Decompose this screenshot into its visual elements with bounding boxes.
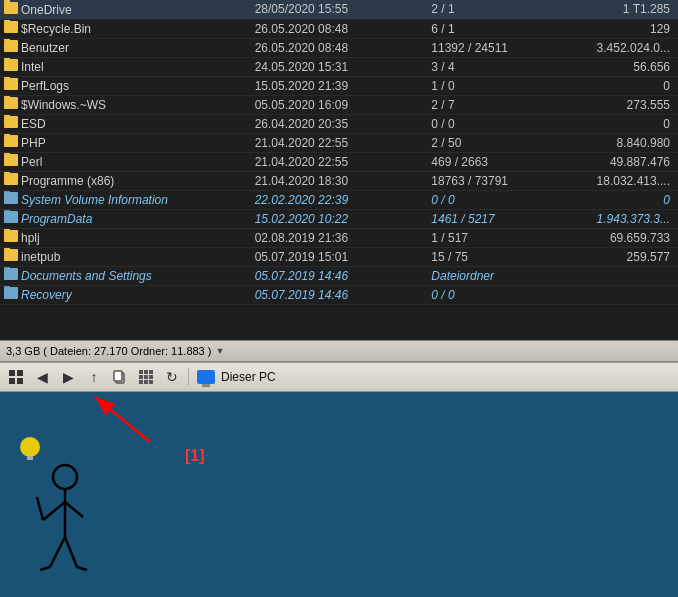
bottom-area: PC [1] <box>0 392 678 597</box>
copy-button[interactable] <box>108 366 132 388</box>
svg-rect-2 <box>9 378 15 384</box>
pc-icon <box>197 370 215 384</box>
status-dropdown-arrow[interactable]: ▼ <box>215 346 224 356</box>
status-bar: 3,3 GB ( Dateien: 27.170 Ordner: 11.883 … <box>0 340 678 362</box>
refresh-button[interactable]: ↻ <box>160 366 184 388</box>
svg-rect-11 <box>149 375 153 379</box>
folder-icon <box>4 192 18 204</box>
svg-line-16 <box>95 397 150 442</box>
character-figure <box>15 412 100 587</box>
table-row[interactable]: inetpub05.07.2019 15:0115 / 75259.577 <box>0 247 678 266</box>
table-row[interactable]: Programme (x86)21.04.2020 18:3018763 / 7… <box>0 171 678 190</box>
table-row[interactable]: Recovery05.07.2019 14:460 / 0 <box>0 285 678 304</box>
forward-button[interactable]: ▶ <box>56 366 80 388</box>
svg-point-19 <box>53 465 77 489</box>
svg-rect-8 <box>149 370 153 374</box>
file-list: OneDrive28/05/2020 15:552 / 11 T1.285$Re… <box>0 0 678 305</box>
svg-rect-9 <box>139 375 143 379</box>
folder-icon <box>4 59 18 71</box>
svg-rect-10 <box>144 375 148 379</box>
folder-icon <box>4 97 18 109</box>
table-row[interactable]: Intel24.05.2020 15:313 / 456.656 <box>0 57 678 76</box>
table-row[interactable]: System Volume Information22.02.2020 22:3… <box>0 190 678 209</box>
folder-icon <box>4 154 18 166</box>
folder-icon <box>4 287 18 299</box>
table-row[interactable]: $Recycle.Bin26.05.2020 08:486 / 1129 <box>0 19 678 38</box>
svg-line-23 <box>37 497 43 520</box>
svg-line-24 <box>50 537 65 567</box>
folder-icon <box>4 135 18 147</box>
svg-rect-1 <box>17 370 23 376</box>
table-row[interactable]: OneDrive28/05/2020 15:552 / 11 T1.285 <box>0 0 678 19</box>
svg-line-22 <box>65 502 83 517</box>
svg-rect-12 <box>139 380 143 384</box>
folder-icon <box>4 268 18 280</box>
table-row[interactable]: ProgramData15.02.2020 10:221461 / 52171.… <box>0 209 678 228</box>
table-row[interactable]: Benutzer26.05.2020 08:4811392 / 245113.4… <box>0 38 678 57</box>
svg-line-27 <box>77 567 87 570</box>
back-button[interactable]: ◀ <box>30 366 54 388</box>
svg-line-25 <box>65 537 77 567</box>
folder-icon <box>4 78 18 90</box>
folder-icon <box>4 2 18 14</box>
table-row[interactable]: ESD26.04.2020 20:350 / 00 <box>0 114 678 133</box>
svg-rect-7 <box>144 370 148 374</box>
view-button[interactable] <box>134 366 158 388</box>
folder-icon <box>4 116 18 128</box>
folder-icon <box>4 230 18 242</box>
table-row[interactable]: $Windows.~WS05.05.2020 16:092 / 7273.555 <box>0 95 678 114</box>
table-row[interactable]: hplj02.08.2019 21:361 / 51769.659.733 <box>0 228 678 247</box>
svg-rect-13 <box>144 380 148 384</box>
folder-icon <box>4 21 18 33</box>
table-row[interactable]: Perl21.04.2020 22:55469 / 266349.887.476 <box>0 152 678 171</box>
svg-rect-18 <box>27 456 33 460</box>
folder-icon <box>4 211 18 223</box>
folder-icon <box>4 249 18 261</box>
status-text: 3,3 GB ( Dateien: 27.170 Ordner: 11.883 … <box>6 345 211 357</box>
file-list-container: OneDrive28/05/2020 15:552 / 11 T1.285$Re… <box>0 0 678 340</box>
up-button[interactable]: ↑ <box>82 366 106 388</box>
folder-icon <box>4 40 18 52</box>
svg-rect-5 <box>114 371 122 381</box>
table-row[interactable]: PHP21.04.2020 22:552 / 508.840.980 <box>0 133 678 152</box>
svg-rect-14 <box>149 380 153 384</box>
toolbar-separator <box>188 368 189 386</box>
table-row[interactable]: PerfLogs15.05.2020 21:391 / 00 <box>0 76 678 95</box>
svg-rect-0 <box>9 370 15 376</box>
folder-icon <box>4 173 18 185</box>
svg-point-17 <box>20 437 40 457</box>
grid-view-button[interactable] <box>4 366 28 388</box>
location-label: Dieser PC <box>221 370 276 384</box>
svg-rect-3 <box>17 378 23 384</box>
svg-line-26 <box>40 567 50 570</box>
toolbar-location: Dieser PC <box>197 370 674 384</box>
table-row[interactable]: Documents and Settings05.07.2019 14:46Da… <box>0 266 678 285</box>
svg-rect-6 <box>139 370 143 374</box>
svg-line-21 <box>43 502 65 520</box>
toolbar: ◀ ▶ ↑ ↻ Dieser PC <box>0 362 678 392</box>
annotation-bracket-label: [1] <box>185 447 205 465</box>
